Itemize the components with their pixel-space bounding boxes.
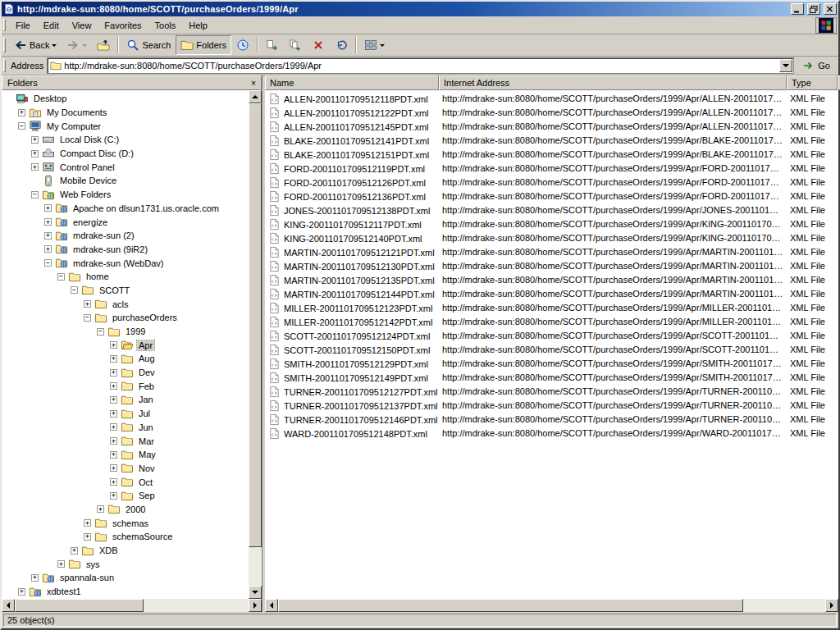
file-row-martin-2001101709512144pdt-xml[interactable]: MARTIN-2001101709512144PDT.xmlhttp://mdr… (265, 287, 838, 301)
tree-item-aug[interactable]: +Aug (2, 352, 249, 366)
file-row-jones-2001101709512138pdt-xml[interactable]: JONES-2001101709512138PDT.xmlhttp://mdra… (265, 203, 838, 217)
expand-plus-icon[interactable]: + (84, 519, 91, 527)
file-row-blake-2001101709512151pdt-xml[interactable]: BLAKE-2001101709512151PDT.xmlhttp://mdra… (265, 148, 838, 162)
tree-item-mar[interactable]: +Mar (2, 434, 249, 448)
tree-item-control-panel[interactable]: +Control Panel (2, 160, 249, 174)
tree-item-oct[interactable]: +Oct (2, 475, 249, 489)
restore-button[interactable] (807, 3, 820, 15)
file-row-miller-2001101709512142pdt-xml[interactable]: MILLER-2001101709512142PDT.xmlhttp://mdr… (265, 315, 838, 329)
tree-item-jan[interactable]: +Jan (2, 393, 249, 407)
expand-plus-icon[interactable]: + (31, 136, 39, 144)
menu-item-edit[interactable]: Edit (37, 19, 66, 32)
expand-plus-icon[interactable]: + (31, 163, 39, 171)
scroll-track[interactable] (249, 103, 262, 586)
scroll-track[interactable] (278, 599, 825, 612)
list-horizontal-scrollbar[interactable] (265, 599, 838, 612)
tree-item-purchaseorders[interactable]: −purchaseOrders (2, 311, 249, 325)
expand-plus-icon[interactable]: + (110, 410, 117, 418)
tree-item-local-disk-c[interactable]: +Local Disk (C:) (2, 133, 249, 147)
file-row-turner-2001101709512137pdt-xml[interactable]: TURNER-2001101709512137PDT.xmlhttp://mdr… (265, 399, 838, 413)
tree-item-schemasource[interactable]: +schemaSource (2, 530, 249, 544)
history-button[interactable] (231, 35, 254, 55)
collapse-minus-icon[interactable]: − (71, 286, 78, 294)
scroll-right-button[interactable] (249, 599, 262, 612)
tree-item-2000[interactable]: +2000 (2, 503, 249, 517)
expand-plus-icon[interactable]: + (110, 341, 117, 349)
file-row-turner-2001101709512127pdt-xml[interactable]: TURNER-2001101709512127PDT.xmlhttp://mdr… (265, 385, 838, 399)
scroll-thumb[interactable] (249, 103, 262, 547)
tree-item-sys[interactable]: +sys (2, 557, 249, 571)
tree-item-web-folders[interactable]: −Web Folders (2, 188, 249, 202)
tree-item-home[interactable]: −home (2, 270, 249, 284)
views-button[interactable] (359, 35, 390, 55)
tree-item-sep[interactable]: +Sep (2, 489, 249, 503)
expand-plus-icon[interactable]: + (110, 382, 117, 390)
collapse-minus-icon[interactable]: − (31, 191, 39, 199)
expand-plus-icon[interactable]: + (71, 547, 78, 555)
delete-button[interactable] (307, 35, 330, 55)
expand-plus-icon[interactable]: + (110, 464, 117, 472)
expand-plus-icon[interactable]: + (110, 355, 117, 363)
close-folders-panel-button[interactable]: × (248, 78, 259, 89)
up-button[interactable] (92, 35, 115, 55)
column-header-name[interactable]: Name (265, 75, 439, 90)
file-row-allen-2001101709512118pdt-xml[interactable]: ALLEN-2001101709512118PDT.xmlhttp://mdra… (265, 92, 838, 106)
column-header-type[interactable]: Type (787, 75, 838, 90)
file-row-martin-2001101709512135pdt-xml[interactable]: MARTIN-2001101709512135PDT.xmlhttp://mdr… (265, 273, 838, 287)
tree-item-feb[interactable]: +Feb (2, 379, 249, 393)
collapse-minus-icon[interactable]: − (18, 122, 25, 130)
tree-item-mdrake-sun-9ir2[interactable]: +mdrake-sun (9iR2) (2, 243, 249, 257)
collapse-minus-icon[interactable]: − (84, 314, 91, 322)
scroll-thumb[interactable] (15, 599, 144, 612)
close-button[interactable] (824, 3, 837, 15)
forward-button[interactable] (62, 35, 92, 55)
tree-item-nov[interactable]: +Nov (2, 462, 249, 476)
expand-plus-icon[interactable]: + (44, 232, 52, 240)
tree-item-compact-disc-d[interactable]: +Compact Disc (D:) (2, 147, 249, 161)
expand-plus-icon[interactable]: + (44, 218, 52, 226)
tree-item-may[interactable]: +May (2, 448, 249, 462)
tree-item-desktop[interactable]: Desktop (2, 92, 249, 106)
menu-item-help[interactable]: Help (182, 19, 214, 32)
expand-plus-icon[interactable]: + (110, 423, 117, 431)
file-row-allen-2001101709512122pdt-xml[interactable]: ALLEN-2001101709512122PDT.xmlhttp://mdra… (265, 106, 838, 120)
tree-item-apr[interactable]: +Apr (2, 338, 249, 352)
expand-plus-icon[interactable]: + (57, 560, 65, 568)
tree-item-scott[interactable]: −SCOTT (2, 284, 249, 298)
go-button[interactable]: Go (797, 57, 835, 75)
tree-item-my-documents[interactable]: +My Documents (2, 106, 249, 120)
menu-item-file[interactable]: File (9, 19, 37, 32)
tree-item-mdrake-sun-2[interactable]: +mdrake-sun (2) (2, 229, 249, 243)
expand-plus-icon[interactable]: + (44, 245, 52, 253)
expand-plus-icon[interactable]: + (44, 204, 52, 212)
collapse-minus-icon[interactable]: − (97, 328, 104, 336)
column-header-internet-address[interactable]: Internet Address (439, 75, 787, 90)
tree-item-energize[interactable]: +energize (2, 215, 249, 229)
tree-item-my-computer[interactable]: −My Computer (2, 119, 249, 133)
copy-to-button[interactable] (284, 35, 307, 55)
collapse-minus-icon[interactable]: − (57, 273, 65, 281)
minimize-button[interactable] (791, 3, 804, 15)
tree-item-spannala-sun[interactable]: +spannala-sun (2, 571, 249, 585)
scroll-up-button[interactable] (249, 90, 262, 103)
file-row-turner-2001101709512146pdt-xml[interactable]: TURNER-2001101709512146PDT.xmlhttp://mdr… (265, 413, 838, 427)
address-dropdown-button[interactable] (779, 59, 792, 72)
menu-item-favorites[interactable]: Favorites (98, 19, 148, 32)
file-row-martin-2001101709512121pdt-xml[interactable]: MARTIN-2001101709512121PDT.xmlhttp://mdr… (265, 245, 838, 259)
tree-item-schemas[interactable]: +schemas (2, 516, 249, 530)
file-row-martin-2001101709512130pdt-xml[interactable]: MARTIN-2001101709512130PDT.xmlhttp://mdr… (265, 259, 838, 273)
file-row-ford-2001101709512126pdt-xml[interactable]: FORD-2001101709512126PDT.xmlhttp://mdrak… (265, 176, 838, 189)
scroll-left-button[interactable] (265, 599, 278, 612)
undo-button[interactable] (330, 35, 353, 55)
file-row-smith-2001101709512129pdt-xml[interactable]: SMITH-2001101709512129PDT.xmlhttp://mdra… (265, 357, 838, 371)
file-row-king-2001101709512117pdt-xml[interactable]: KING-2001101709512117PDT.xmlhttp://mdrak… (265, 217, 838, 231)
scroll-thumb[interactable] (278, 599, 743, 612)
tree-item-mdrake-sun-webdav[interactable]: −mdrake-sun (WebDav) (2, 256, 249, 270)
address-input[interactable] (64, 60, 777, 71)
expand-plus-icon[interactable]: + (18, 588, 25, 596)
back-button[interactable]: Back (9, 35, 62, 55)
file-row-scott-2001101709512150pdt-xml[interactable]: SCOTT-2001101709512150PDT.xmlhttp://mdra… (265, 343, 838, 357)
tree-item-1999[interactable]: −1999 (2, 325, 249, 339)
scroll-right-button[interactable] (825, 599, 838, 612)
tree-item-jul[interactable]: +Jul (2, 407, 249, 421)
